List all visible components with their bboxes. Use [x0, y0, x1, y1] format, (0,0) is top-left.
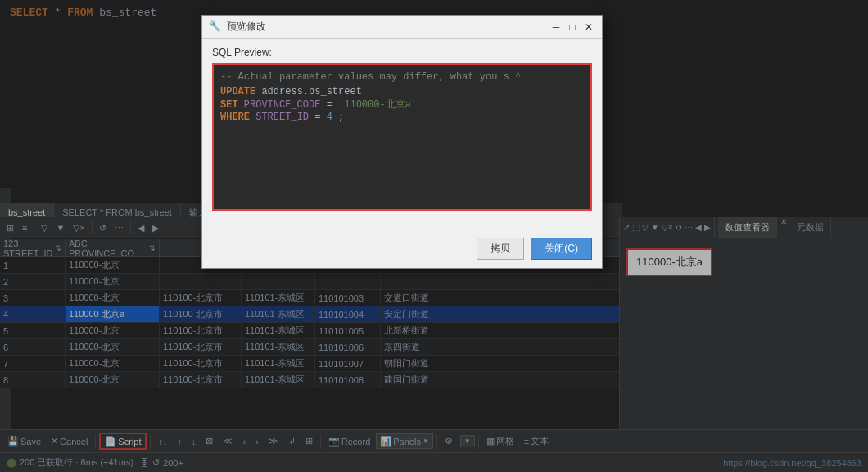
string-value: '110000-北京a' — [338, 99, 417, 111]
sql-preview-box[interactable]: -- Actual parameter values may differ, w… — [212, 63, 592, 211]
numeric-value: 4 — [327, 111, 332, 123]
modal-window-buttons: ─ □ ✕ — [549, 20, 595, 34]
sql-update-line: UPDATE address.bs_street — [220, 86, 584, 98]
where-field: STREET_ID — [255, 111, 309, 123]
modal-minimize-button[interactable]: ─ — [549, 20, 563, 34]
modal-close-button[interactable]: ✕ — [582, 20, 595, 34]
modal-body: SQL Preview: -- Actual parameter values … — [202, 39, 602, 219]
where-equals: = — [314, 111, 320, 123]
field-name: PROVINCE_CODE — [244, 99, 321, 111]
modal-icon: 🔧 — [209, 20, 222, 34]
modal-title: 预览修改 — [227, 20, 549, 34]
scroll-hint: ^ — [515, 71, 521, 83]
sql-where-line: WHERE STREET_ID = 4 ; — [220, 111, 584, 123]
modal-title-bar: 🔧 预览修改 ─ □ ✕ — [202, 16, 602, 39]
table-name: address.bs_street — [261, 86, 361, 98]
modal-maximize-button[interactable]: □ — [566, 20, 579, 34]
modal-footer: 拷贝 关闭(C) — [477, 238, 592, 260]
sql-comment-line: -- Actual parameter values may differ, w… — [220, 71, 584, 83]
update-keyword: UPDATE — [220, 86, 261, 98]
where-keyword: WHERE — [220, 111, 255, 123]
equals-sign: = — [327, 99, 332, 111]
sql-set-line: SET PROVINCE_CODE = '110000-北京a' — [220, 98, 584, 111]
modal-dialog: 🔧 预览修改 ─ □ ✕ SQL Preview: -- Actual para… — [201, 15, 603, 269]
set-keyword: SET — [220, 99, 244, 111]
copy-button[interactable]: 拷贝 — [477, 238, 524, 260]
sql-comment: -- Actual parameter values may differ, w… — [220, 71, 509, 83]
semicolon: ; — [338, 111, 344, 123]
close-button[interactable]: 关闭(C) — [531, 238, 592, 260]
sql-preview-label: SQL Preview: — [212, 47, 592, 58]
